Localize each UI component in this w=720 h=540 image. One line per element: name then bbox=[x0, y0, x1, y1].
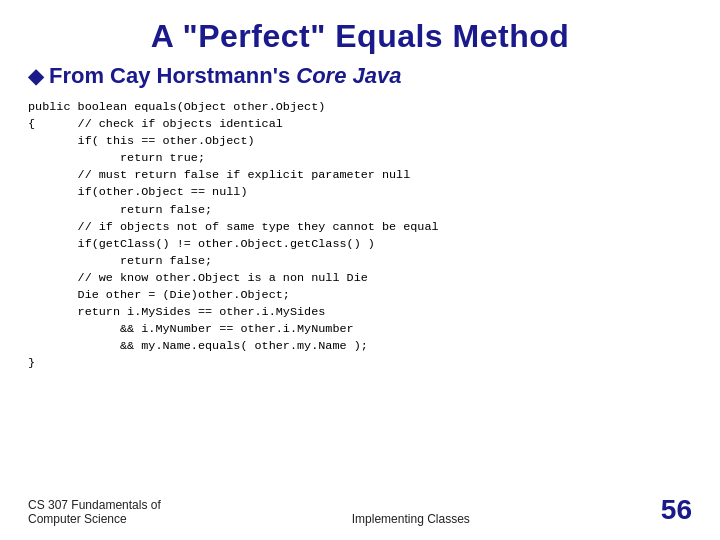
code-block: public boolean equals(Object other.Objec… bbox=[28, 99, 692, 488]
footer-left-line1: CS 307 Fundamentals of bbox=[28, 498, 161, 512]
footer-center: Implementing Classes bbox=[352, 512, 470, 526]
footer: CS 307 Fundamentals of Computer Science … bbox=[28, 494, 692, 526]
footer-page-number: 56 bbox=[661, 494, 692, 526]
footer-left: CS 307 Fundamentals of Computer Science bbox=[28, 498, 161, 526]
slide-subtitle: ◆ From Cay Horstmann's Core Java bbox=[28, 63, 692, 89]
bullet-icon: ◆ bbox=[28, 64, 43, 88]
subtitle-text: From Cay Horstmann's Core Java bbox=[49, 63, 401, 89]
footer-left-line2: Computer Science bbox=[28, 512, 161, 526]
subtitle-italic: Core Java bbox=[296, 63, 401, 88]
subtitle-prefix: From Cay Horstmann's bbox=[49, 63, 296, 88]
slide: A "Perfect" Equals Method ◆ From Cay Hor… bbox=[0, 0, 720, 540]
slide-title: A "Perfect" Equals Method bbox=[28, 18, 692, 55]
